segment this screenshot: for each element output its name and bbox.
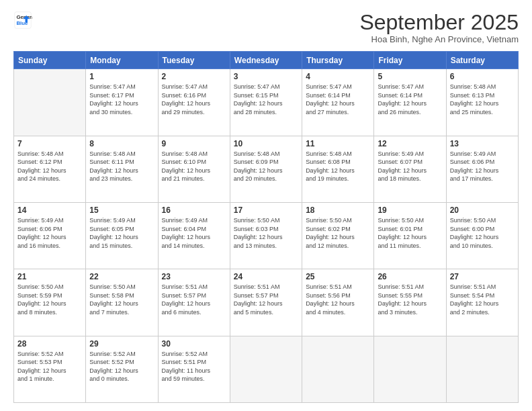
day-info: Sunrise: 5:47 AM Sunset: 6:15 PM Dayligh… (234, 83, 298, 116)
day-info: Sunrise: 5:50 AM Sunset: 5:59 PM Dayligh… (17, 283, 82, 316)
day-number: 2 (162, 72, 226, 81)
day-info: Sunrise: 5:49 AM Sunset: 6:07 PM Dayligh… (378, 150, 442, 183)
day-info: Sunrise: 5:48 AM Sunset: 6:09 PM Dayligh… (234, 150, 298, 183)
day-number: 24 (234, 272, 298, 281)
day-info: Sunrise: 5:48 AM Sunset: 6:10 PM Dayligh… (162, 150, 226, 183)
location-subtitle: Hoa Binh, Nghe An Province, Vietnam (359, 34, 519, 44)
calendar-cell: 3Sunrise: 5:47 AM Sunset: 6:15 PM Daylig… (230, 69, 302, 136)
week-row-1: 1Sunrise: 5:47 AM Sunset: 6:17 PM Daylig… (14, 69, 519, 136)
day-number: 14 (17, 205, 82, 215)
calendar-cell: 9Sunrise: 5:48 AM Sunset: 6:10 PM Daylig… (158, 136, 230, 202)
day-number: 25 (306, 272, 370, 281)
day-header-saturday: Saturday (446, 52, 518, 69)
day-number: 9 (162, 139, 226, 148)
calendar-cell: 17Sunrise: 5:50 AM Sunset: 6:03 PM Dayli… (230, 202, 302, 269)
day-number: 20 (450, 205, 515, 215)
day-info: Sunrise: 5:48 AM Sunset: 6:08 PM Dayligh… (306, 150, 370, 183)
day-number: 30 (162, 339, 226, 349)
day-info: Sunrise: 5:52 AM Sunset: 5:51 PM Dayligh… (162, 350, 226, 383)
day-info: Sunrise: 5:49 AM Sunset: 6:06 PM Dayligh… (450, 150, 515, 183)
day-info: Sunrise: 5:50 AM Sunset: 6:01 PM Dayligh… (378, 216, 442, 250)
day-info: Sunrise: 5:48 AM Sunset: 6:13 PM Dayligh… (450, 83, 515, 116)
calendar-cell: 13Sunrise: 5:49 AM Sunset: 6:06 PM Dayli… (446, 136, 518, 202)
day-number: 15 (89, 205, 154, 215)
day-number: 3 (234, 72, 298, 81)
day-number: 27 (450, 272, 515, 281)
week-row-4: 21Sunrise: 5:50 AM Sunset: 5:59 PM Dayli… (14, 269, 519, 336)
day-number: 17 (234, 205, 298, 215)
calendar-cell (302, 336, 374, 402)
day-number: 6 (450, 72, 515, 81)
calendar-cell: 23Sunrise: 5:51 AM Sunset: 5:57 PM Dayli… (158, 269, 230, 336)
day-number: 16 (162, 205, 226, 215)
day-info: Sunrise: 5:51 AM Sunset: 5:55 PM Dayligh… (378, 283, 442, 316)
calendar-cell: 8Sunrise: 5:48 AM Sunset: 6:11 PM Daylig… (86, 136, 158, 202)
calendar-cell (230, 336, 302, 402)
day-info: Sunrise: 5:50 AM Sunset: 6:03 PM Dayligh… (234, 216, 298, 250)
calendar-cell: 26Sunrise: 5:51 AM Sunset: 5:55 PM Dayli… (374, 269, 446, 336)
week-row-3: 14Sunrise: 5:49 AM Sunset: 6:06 PM Dayli… (14, 202, 519, 269)
calendar-cell (446, 336, 518, 402)
day-info: Sunrise: 5:49 AM Sunset: 6:05 PM Dayligh… (89, 216, 154, 250)
day-header-wednesday: Wednesday (230, 52, 302, 69)
day-info: Sunrise: 5:47 AM Sunset: 6:17 PM Dayligh… (89, 83, 154, 116)
calendar-cell: 16Sunrise: 5:49 AM Sunset: 6:04 PM Dayli… (158, 202, 230, 269)
day-header-sunday: Sunday (14, 52, 86, 69)
calendar-cell (374, 336, 446, 402)
calendar-cell: 19Sunrise: 5:50 AM Sunset: 6:01 PM Dayli… (374, 202, 446, 269)
day-header-friday: Friday (374, 52, 446, 69)
day-info: Sunrise: 5:50 AM Sunset: 6:00 PM Dayligh… (450, 216, 515, 250)
day-info: Sunrise: 5:50 AM Sunset: 5:58 PM Dayligh… (89, 283, 154, 316)
calendar-cell: 18Sunrise: 5:50 AM Sunset: 6:02 PM Dayli… (302, 202, 374, 269)
day-info: Sunrise: 5:49 AM Sunset: 6:04 PM Dayligh… (162, 216, 226, 250)
day-info: Sunrise: 5:49 AM Sunset: 6:06 PM Dayligh… (17, 216, 82, 250)
day-number: 5 (378, 72, 442, 81)
day-info: Sunrise: 5:47 AM Sunset: 6:14 PM Dayligh… (306, 83, 370, 116)
calendar-cell: 22Sunrise: 5:50 AM Sunset: 5:58 PM Dayli… (86, 269, 158, 336)
day-number: 28 (17, 339, 82, 349)
calendar-cell: 6Sunrise: 5:48 AM Sunset: 6:13 PM Daylig… (446, 69, 518, 136)
calendar-cell: 14Sunrise: 5:49 AM Sunset: 6:06 PM Dayli… (14, 202, 86, 269)
calendar-cell: 12Sunrise: 5:49 AM Sunset: 6:07 PM Dayli… (374, 136, 446, 202)
calendar-cell: 15Sunrise: 5:49 AM Sunset: 6:05 PM Dayli… (86, 202, 158, 269)
calendar-cell: 24Sunrise: 5:51 AM Sunset: 5:57 PM Dayli… (230, 269, 302, 336)
day-info: Sunrise: 5:50 AM Sunset: 6:02 PM Dayligh… (306, 216, 370, 250)
day-info: Sunrise: 5:51 AM Sunset: 5:54 PM Dayligh… (450, 283, 515, 316)
day-number: 4 (306, 72, 370, 81)
calendar-cell: 7Sunrise: 5:48 AM Sunset: 6:12 PM Daylig… (14, 136, 86, 202)
day-info: Sunrise: 5:48 AM Sunset: 6:11 PM Dayligh… (89, 150, 154, 183)
day-info: Sunrise: 5:51 AM Sunset: 5:56 PM Dayligh… (306, 283, 370, 316)
day-number: 26 (378, 272, 442, 281)
day-number: 13 (450, 139, 515, 148)
day-number: 29 (89, 339, 154, 349)
calendar-cell: 5Sunrise: 5:47 AM Sunset: 6:14 PM Daylig… (374, 69, 446, 136)
day-info: Sunrise: 5:52 AM Sunset: 5:53 PM Dayligh… (17, 350, 82, 383)
calendar-cell: 28Sunrise: 5:52 AM Sunset: 5:53 PM Dayli… (14, 336, 86, 402)
day-info: Sunrise: 5:48 AM Sunset: 6:12 PM Dayligh… (17, 150, 82, 183)
day-info: Sunrise: 5:47 AM Sunset: 6:14 PM Dayligh… (378, 83, 442, 116)
week-row-2: 7Sunrise: 5:48 AM Sunset: 6:12 PM Daylig… (14, 136, 519, 202)
calendar-cell: 21Sunrise: 5:50 AM Sunset: 5:59 PM Dayli… (14, 269, 86, 336)
calendar-cell: 11Sunrise: 5:48 AM Sunset: 6:08 PM Dayli… (302, 136, 374, 202)
day-info: Sunrise: 5:47 AM Sunset: 6:16 PM Dayligh… (162, 83, 226, 116)
day-header-monday: Monday (86, 52, 158, 69)
calendar-cell: 4Sunrise: 5:47 AM Sunset: 6:14 PM Daylig… (302, 69, 374, 136)
day-header-thursday: Thursday (302, 52, 374, 69)
month-title: September 2025 (359, 11, 519, 34)
header: General Blue September 2025 Hoa Binh, Ng… (13, 11, 519, 44)
day-number: 1 (89, 72, 154, 81)
calendar-cell: 27Sunrise: 5:51 AM Sunset: 5:54 PM Dayli… (446, 269, 518, 336)
day-number: 10 (234, 139, 298, 148)
week-row-5: 28Sunrise: 5:52 AM Sunset: 5:53 PM Dayli… (14, 336, 519, 402)
svg-text:General: General (16, 14, 32, 20)
day-number: 19 (378, 205, 442, 215)
logo: General Blue (13, 11, 32, 30)
logo-icon: General Blue (13, 11, 32, 30)
day-number: 8 (89, 139, 154, 148)
calendar-cell: 25Sunrise: 5:51 AM Sunset: 5:56 PM Dayli… (302, 269, 374, 336)
calendar-header-row: SundayMondayTuesdayWednesdayThursdayFrid… (14, 52, 519, 69)
calendar-table: SundayMondayTuesdayWednesdayThursdayFrid… (13, 51, 519, 403)
calendar-cell: 30Sunrise: 5:52 AM Sunset: 5:51 PM Dayli… (158, 336, 230, 402)
calendar-cell: 1Sunrise: 5:47 AM Sunset: 6:17 PM Daylig… (86, 69, 158, 136)
day-number: 21 (17, 272, 82, 281)
